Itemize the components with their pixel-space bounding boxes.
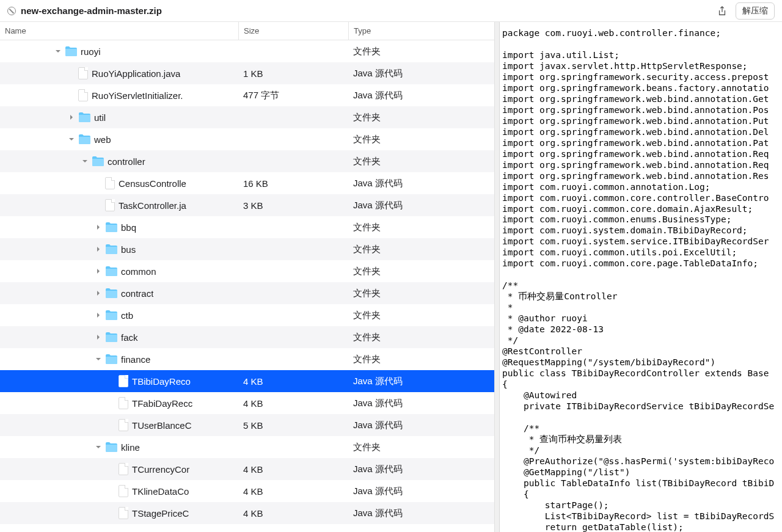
item-type: 文件夹 <box>348 332 494 343</box>
item-name: ctb <box>121 310 133 321</box>
file-icon <box>105 199 115 211</box>
disclosure-icon[interactable] <box>67 113 76 122</box>
item-name: RuoYiApplication.java <box>92 68 180 79</box>
disclosure-icon[interactable] <box>94 289 103 297</box>
tree-row[interactable]: RuoYiServletInitializer.477 字节Java 源代码 <box>0 84 494 106</box>
disclosure-icon[interactable] <box>94 223 103 231</box>
item-type: Java 源代码 <box>348 420 494 431</box>
tree-row[interactable]: common文件夹 <box>0 260 494 282</box>
item-name: ruoyi <box>81 46 101 57</box>
item-type: Java 源代码 <box>348 486 494 497</box>
tree-row[interactable]: finance文件夹 <box>0 348 494 370</box>
item-type: 文件夹 <box>348 46 494 57</box>
file-icon <box>119 375 128 387</box>
disclosure-icon[interactable] <box>54 47 62 56</box>
item-size: 5 KB <box>238 420 348 431</box>
list-header: Name Size Type <box>0 22 494 40</box>
item-type: 文件夹 <box>348 310 494 321</box>
tree-row[interactable]: TBibiDayReco4 KBJava 源代码 <box>0 370 494 392</box>
item-type: 文件夹 <box>348 354 494 365</box>
tree-row[interactable]: TUserBlanceC5 KBJava 源代码 <box>0 414 494 436</box>
tree-row[interactable]: TStagePriceC4 KBJava 源代码 <box>0 502 494 524</box>
tree-row[interactable]: fack文件夹 <box>0 326 494 348</box>
col-header-size[interactable]: Size <box>238 22 348 40</box>
folder-icon <box>105 244 117 254</box>
item-name: TaskController.ja <box>119 200 186 211</box>
tree-row[interactable]: contract文件夹 <box>0 282 494 304</box>
folder-icon <box>105 266 117 276</box>
disclosure-icon[interactable] <box>67 135 76 144</box>
file-icon <box>119 507 128 519</box>
tree-row[interactable]: TaskController.ja3 KBJava 源代码 <box>0 194 494 216</box>
item-type: Java 源代码 <box>348 90 494 101</box>
tree-row[interactable]: web文件夹 <box>0 128 494 150</box>
folder-icon <box>78 112 90 122</box>
item-type: 文件夹 <box>348 244 494 255</box>
tree-row[interactable]: ruoyi文件夹 <box>0 40 494 62</box>
folder-icon <box>92 156 104 166</box>
item-type: Java 源代码 <box>348 464 494 475</box>
item-name: TStagePriceC <box>132 508 189 519</box>
item-type: Java 源代码 <box>348 200 494 211</box>
stop-icon <box>7 7 16 15</box>
extract-button[interactable]: 解压缩 <box>736 2 775 20</box>
tree-row[interactable]: bus文件夹 <box>0 238 494 260</box>
tree-row[interactable]: TKlineDataCo4 KBJava 源代码 <box>0 480 494 502</box>
code-preview: package com.ruoyi.web.controller.finance… <box>500 22 782 532</box>
file-tree[interactable]: ruoyi文件夹RuoYiApplication.java1 KBJava 源代… <box>0 40 494 532</box>
tree-row[interactable]: CensusControlle16 KBJava 源代码 <box>0 172 494 194</box>
folder-icon <box>65 46 77 56</box>
item-type: 文件夹 <box>348 288 494 299</box>
folder-icon <box>105 222 117 232</box>
item-size: 4 KB <box>238 508 348 519</box>
tree-row[interactable]: ctb文件夹 <box>0 304 494 326</box>
item-name: CensusControlle <box>119 178 186 189</box>
tree-row[interactable]: util文件夹 <box>0 106 494 128</box>
col-header-type[interactable]: Type <box>348 22 494 40</box>
window-title: new-exchange-admin-master.zip <box>21 5 712 16</box>
panel-resizer[interactable] <box>495 22 500 532</box>
preview-panel[interactable]: package com.ruoyi.web.controller.finance… <box>500 22 782 532</box>
folder-icon <box>105 354 117 364</box>
item-name: controller <box>108 156 145 167</box>
folder-icon <box>105 332 117 342</box>
disclosure-icon[interactable] <box>94 245 103 253</box>
item-size: 4 KB <box>238 376 348 387</box>
file-icon <box>78 67 88 79</box>
item-size: 4 KB <box>238 398 348 409</box>
tree-row[interactable]: kline文件夹 <box>0 436 494 458</box>
disclosure-icon[interactable] <box>94 333 103 341</box>
item-name: kline <box>121 442 140 453</box>
tree-row[interactable]: RuoYiApplication.java1 KBJava 源代码 <box>0 62 494 84</box>
item-size: 4 KB <box>238 464 348 475</box>
item-name: TKlineDataCo <box>132 486 189 497</box>
disclosure-icon[interactable] <box>94 267 103 275</box>
share-icon[interactable] <box>717 6 727 16</box>
tree-row[interactable]: TFabiDayRecc4 KBJava 源代码 <box>0 392 494 414</box>
item-type: Java 源代码 <box>348 376 494 387</box>
item-name: TCurrencyCor <box>132 464 189 475</box>
file-icon <box>78 89 88 101</box>
item-type: Java 源代码 <box>348 178 494 189</box>
item-type: 文件夹 <box>348 112 494 123</box>
disclosure-icon[interactable] <box>94 311 103 319</box>
item-type: 文件夹 <box>348 156 494 167</box>
titlebar: new-exchange-admin-master.zip 解压缩 <box>0 0 782 22</box>
item-type: 文件夹 <box>348 442 494 453</box>
item-type: 文件夹 <box>348 222 494 233</box>
col-header-name[interactable]: Name <box>0 22 238 40</box>
item-name: bbq <box>121 222 136 233</box>
item-name: fack <box>121 332 138 343</box>
item-name: contract <box>121 288 153 299</box>
disclosure-icon[interactable] <box>94 355 103 363</box>
tree-row[interactable]: bbq文件夹 <box>0 216 494 238</box>
tree-row[interactable]: TCurrencyCor4 KBJava 源代码 <box>0 458 494 480</box>
folder-icon <box>78 134 90 144</box>
item-name: TBibiDayReco <box>132 376 191 387</box>
item-type: 文件夹 <box>348 134 494 145</box>
file-icon <box>119 419 128 431</box>
disclosure-icon[interactable] <box>81 157 89 166</box>
disclosure-icon[interactable] <box>94 443 103 451</box>
tree-row[interactable]: controller文件夹 <box>0 150 494 172</box>
item-name: TFabiDayRecc <box>132 398 192 409</box>
